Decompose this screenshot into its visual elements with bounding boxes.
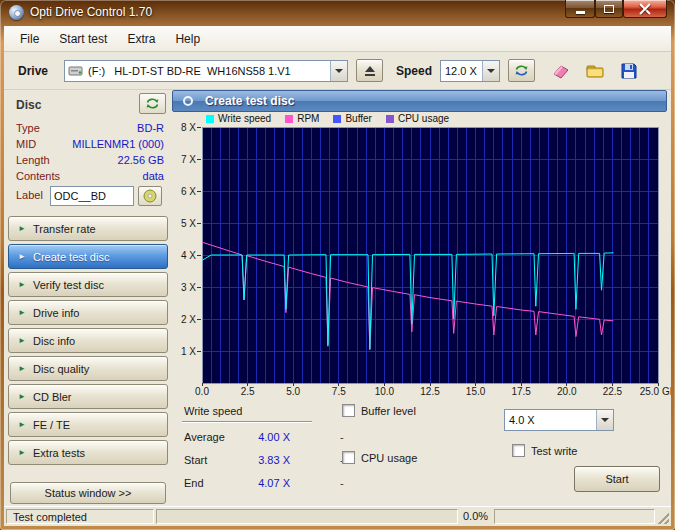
refresh-speed-button[interactable] <box>508 59 535 82</box>
disc-mid-label: MID <box>16 138 36 150</box>
menubar: File Start test Extra Help <box>4 26 671 52</box>
buffer-level-checkbox[interactable] <box>342 404 355 417</box>
sidebar-item-transfer-rate[interactable]: ►Transfer rate <box>8 216 168 241</box>
sidebar-item-verify-test-disc[interactable]: ►Verify test disc <box>8 272 168 297</box>
app-window: Opti Drive Control 1.70 File Start test … <box>0 0 675 530</box>
sidebar-nav: ►Transfer rate►Create test disc►Verify t… <box>8 216 168 468</box>
close-button[interactable] <box>623 0 667 18</box>
maximize-button[interactable] <box>595 0 623 18</box>
chart: Write speedRPMBufferCPU usage 8 X7 X6 X5… <box>172 112 667 400</box>
average-extra: - <box>340 431 344 443</box>
drive-select-arrow-icon[interactable] <box>330 61 347 81</box>
menu-help[interactable]: Help <box>165 26 210 51</box>
window-title: Opti Drive Control 1.70 <box>30 5 152 19</box>
sidebar-item-drive-info[interactable]: ►Drive info <box>8 300 168 325</box>
speed-select[interactable]: 12.0 X <box>440 60 500 82</box>
disc-row-contents: Contents data <box>8 170 168 184</box>
disc-length-value: 22.56 GB <box>118 154 164 166</box>
write-speed-title: Write speed <box>184 405 243 417</box>
sidebar-item-label: Verify test disc <box>33 279 104 291</box>
average-label: Average <box>184 431 225 443</box>
end-label: End <box>184 477 204 489</box>
sidebar-item-create-test-disc[interactable]: ►Create test disc <box>8 244 168 269</box>
disc-quality-icon: ► <box>18 364 33 373</box>
speed-select-arrow-icon[interactable] <box>482 61 499 81</box>
disc-contents-value: data <box>143 170 164 182</box>
verify-test-disc-icon: ► <box>18 280 33 289</box>
minimize-button[interactable] <box>565 0 595 18</box>
buffer-swatch-icon <box>333 115 341 123</box>
bottom-panel: Write speed Average 4.00 X - Start 3.83 … <box>172 400 667 506</box>
resize-grip[interactable] <box>656 511 669 524</box>
menu-file[interactable]: File <box>10 26 49 51</box>
app-icon <box>9 5 24 20</box>
disc-label-label: Label <box>16 189 43 201</box>
start-value: 3.83 X <box>228 454 290 466</box>
toolbar: Drive (F:) HL-DT-ST BD-RE WH16NS58 1.V1 … <box>4 52 671 90</box>
save-button[interactable] <box>616 59 642 83</box>
rpm-swatch-icon <box>285 115 293 123</box>
test-write-checkbox[interactable] <box>512 444 525 457</box>
svg-text:7.5: 7.5 <box>332 386 346 397</box>
menu-extra[interactable]: Extra <box>117 26 165 51</box>
write-speed-select-value: 4.0 X <box>505 414 535 426</box>
open-folder-button[interactable] <box>582 59 608 83</box>
drive-select-value: (F:) HL-DT-ST BD-RE WH16NS58 1.V1 <box>84 65 291 77</box>
client-area: File Start test Extra Help Drive (F:) HL… <box>4 26 671 526</box>
speed-label: Speed <box>396 64 432 78</box>
sidebar-item-disc-info[interactable]: ►Disc info <box>8 328 168 353</box>
svg-text:0.0: 0.0 <box>195 386 209 397</box>
sidebar-item-extra-tests[interactable]: ►Extra tests <box>8 440 168 465</box>
svg-text:17.5: 17.5 <box>511 386 531 397</box>
cpu-usage-group: CPU usage <box>342 451 417 464</box>
sidebar-item-disc-quality[interactable]: ►Disc quality <box>8 356 168 381</box>
disc-row-mid: MID MILLENMR1 (000) <box>8 138 168 152</box>
menu-start-test[interactable]: Start test <box>49 26 117 51</box>
maximize-icon <box>604 5 614 13</box>
refresh-icon <box>514 64 529 77</box>
minimize-icon <box>576 11 585 14</box>
main-header: Create test disc <box>172 90 667 112</box>
disc-row-type: Type BD-R <box>8 122 168 136</box>
svg-text:2 X: 2 X <box>181 314 196 325</box>
eject-button[interactable] <box>356 59 383 82</box>
start-button[interactable]: Start <box>574 466 660 492</box>
cpu-usage-checkbox[interactable] <box>342 451 355 464</box>
legend-buffer: Buffer <box>333 113 372 124</box>
main-panel: Create test disc Write speedRPMBufferCPU… <box>172 90 667 506</box>
folder-icon <box>585 62 605 80</box>
disc-label-input[interactable] <box>50 186 134 206</box>
titlebar[interactable]: Opti Drive Control 1.70 <box>0 0 675 26</box>
sidebar-item-label: Disc quality <box>33 363 89 375</box>
eraser-icon <box>551 62 571 80</box>
progress-percent: 0.0% <box>463 510 488 522</box>
legend-cpu-usage: CPU usage <box>386 113 449 124</box>
chart-svg: 8 X7 X6 X5 X4 X3 X2 X1 X0.02.55.07.510.0… <box>172 125 667 397</box>
fe-te-icon: ► <box>18 420 33 429</box>
legend-rpm: RPM <box>285 113 319 124</box>
svg-text:10.0: 10.0 <box>375 386 395 397</box>
status-window-button[interactable]: Status window >> <box>10 482 166 504</box>
sidebar-item-fe-te[interactable]: ►FE / TE <box>8 412 168 437</box>
sidebar: Disc Type BD-R MID <box>8 90 168 506</box>
cpu-usage-swatch-icon <box>386 115 394 123</box>
write-label-button[interactable] <box>138 186 162 206</box>
disc-mid-value: MILLENMR1 (000) <box>72 138 164 150</box>
erase-disc-button[interactable] <box>548 59 574 83</box>
average-value: 4.00 X <box>228 431 290 443</box>
sidebar-item-label: Disc info <box>33 335 75 347</box>
drive-select[interactable]: (F:) HL-DT-ST BD-RE WH16NS58 1.V1 <box>64 60 348 82</box>
test-write-group: Test write <box>512 444 577 457</box>
disc-type-value: BD-R <box>137 122 164 134</box>
svg-text:25.0 GB: 25.0 GB <box>640 386 671 397</box>
write-speed-rule <box>182 421 312 422</box>
write-speed-select-arrow-icon[interactable] <box>596 410 613 430</box>
disc-row-length: Length 22.56 GB <box>8 154 168 168</box>
sidebar-item-cd-bler[interactable]: ►CD Bler <box>8 384 168 409</box>
svg-text:2.5: 2.5 <box>241 386 255 397</box>
end-value: 4.07 X <box>228 477 290 489</box>
sidebar-item-label: Extra tests <box>33 447 85 459</box>
refresh-disc-button[interactable] <box>139 93 166 114</box>
write-speed-select[interactable]: 4.0 X <box>504 409 614 431</box>
svg-text:5.0: 5.0 <box>286 386 300 397</box>
